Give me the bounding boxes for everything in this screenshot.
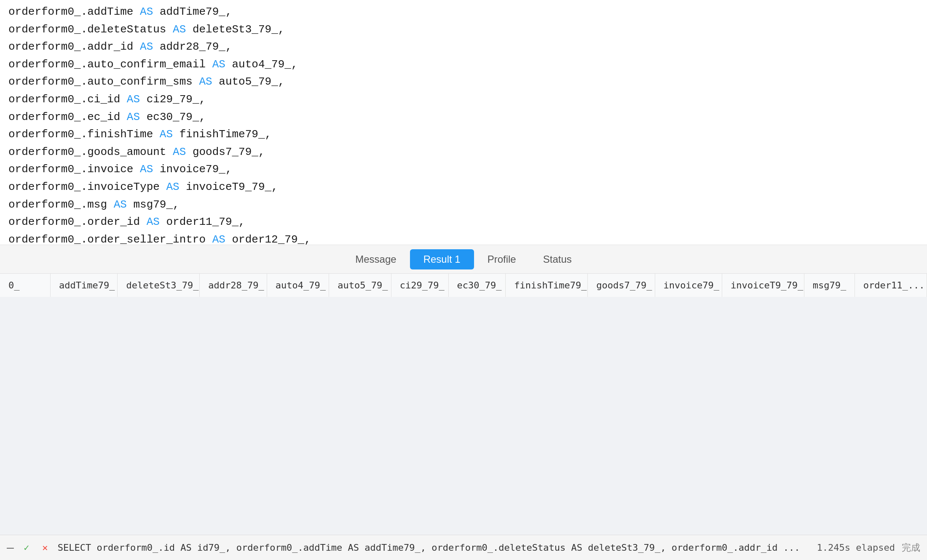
tab-bar: MessageResult 1ProfileStatus [0,245,927,273]
column-header: addTime79_ [51,274,118,297]
close-icon[interactable]: ✕ [39,542,51,554]
column-header: auto5_79_ [329,274,391,297]
status-complete-text: 完成 [902,541,920,554]
result-area [0,297,927,535]
tab-status[interactable]: Status [530,249,585,269]
code-line: orderform0_.order_seller_intro AS order1… [8,231,919,245]
column-header: deleteSt3_79_ [118,274,200,297]
tab-message[interactable]: Message [342,249,410,269]
column-header: auto4_79_ [267,274,330,297]
code-line: orderform0_.goods_amount AS goods7_79_, [8,144,919,161]
column-header: 0_ [0,274,51,297]
code-line: orderform0_.invoice AS invoice79_, [8,161,919,179]
column-header: finishTime79_ [506,274,588,297]
check-icon: ✓ [21,542,32,554]
status-dash-icon: — [7,541,14,555]
column-header: ec30_79_ [449,274,506,297]
code-line: orderform0_.order_id AS order11_79_, [8,213,919,231]
code-line: orderform0_.auto_confirm_email AS auto4_… [8,56,919,74]
column-header: goods7_79_ [588,274,655,297]
column-header: order11_... [855,274,927,297]
status-bar: — ✓ ✕ SELECT orderform0_.id AS id79_, or… [0,535,927,560]
code-line: orderform0_.invoiceType AS invoiceT9_79_… [8,179,919,196]
column-header: msg79_ [804,274,855,297]
code-line: orderform0_.msg AS msg79_, [8,196,919,214]
column-header: invoiceT9_79_ [722,274,804,297]
status-elapsed: 1.245s elapsed [817,542,895,553]
code-line: orderform0_.ci_id AS ci29_79_, [8,91,919,109]
column-headers: 0_addTime79_deleteSt3_79_addr28_79_auto4… [0,273,927,297]
tab-profile[interactable]: Profile [474,249,530,269]
code-line: orderform0_.auto_confirm_sms AS auto5_79… [8,73,919,91]
column-header: ci29_79_ [391,274,449,297]
code-line: orderform0_.addr_id AS addr28_79_, [8,38,919,56]
code-line: orderform0_.addTime AS addTime79_, [8,3,919,21]
code-line: orderform0_.finishTime AS finishTime79_, [8,126,919,144]
column-header: invoice79_ [655,274,722,297]
status-sql-text: SELECT orderform0_.id AS id79_, orderfor… [58,542,810,553]
code-area: orderform0_.addTime AS addTime79_,orderf… [0,0,927,245]
code-line: orderform0_.deleteStatus AS deleteSt3_79… [8,21,919,39]
column-header: addr28_79_ [200,274,267,297]
tab-result-1[interactable]: Result 1 [410,249,474,269]
code-line: orderform0_.ec_id AS ec30_79_, [8,109,919,126]
